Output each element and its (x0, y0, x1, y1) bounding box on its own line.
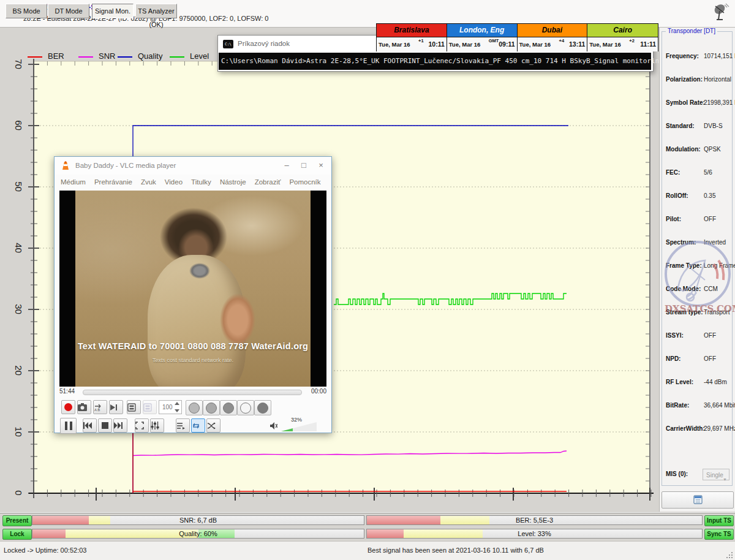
speed-spinner[interactable]: 100 (159, 400, 182, 414)
clock-body: Tue, Mar 16GMT09:11 (447, 37, 517, 51)
tp-field-value: 29,697 MHz (704, 425, 735, 432)
clock-date: Tue, Mar 16 (519, 41, 551, 48)
resize-grip[interactable] (726, 551, 733, 559)
legend-item-level: Level (170, 51, 209, 61)
tp-field-label: Frame Type: (666, 262, 702, 269)
cmd-window-title: Príkazový riadok (238, 40, 290, 47)
level-meter: Level: 33% (366, 529, 703, 539)
spinner-up-icon[interactable] (175, 402, 179, 405)
legend-color-dash (118, 56, 132, 58)
pause-button[interactable] (60, 418, 77, 434)
world-clock-widget: BratislavaTue, Mar 16+110:11London, EngT… (376, 23, 658, 51)
vlc-menu-nstroje[interactable]: Nástroje (220, 178, 246, 186)
tab-signal-mon[interactable]: Signal Mon. (92, 4, 134, 18)
maximize-button[interactable]: □ (297, 159, 311, 172)
clock-timezone: GMT (489, 38, 499, 44)
tab-bs-mode[interactable]: BS Mode (6, 4, 47, 18)
tp-field-label: Symbol Rate: (666, 99, 705, 106)
camera-icon (78, 403, 87, 411)
docked-playlist-button[interactable] (143, 400, 157, 414)
fullscreen-button[interactable] (135, 418, 149, 433)
skin-button-3[interactable] (220, 400, 237, 415)
vlc-menu-zvuk[interactable]: Zvuk (141, 178, 156, 186)
tp-field-spectrum-: Spectrum:Inverted (662, 233, 732, 256)
volume-slider[interactable] (281, 422, 317, 431)
volume-fill (281, 422, 293, 431)
tp-field-value: 21998,391 KS/s (704, 99, 735, 106)
vlc-window: Baby Daddy - VLC media player – □ × Médi… (54, 156, 332, 433)
previous-button[interactable] (83, 418, 97, 433)
vlc-menu-prehrvanie[interactable]: Prehrávanie (94, 178, 132, 186)
vlc-menu-zobrazi[interactable]: Zobraziť (255, 178, 281, 186)
tp-field-value: Transport (704, 309, 729, 316)
playlist-button[interactable] (127, 400, 141, 414)
vlc-menu-pomocnk[interactable]: Pomocník (289, 178, 320, 186)
ab-loop-icon: A B (94, 403, 103, 412)
ber-meter-label: BER: 5,5E-3 (367, 516, 702, 524)
clock-city: London, Eng (447, 24, 517, 37)
frame-step-button[interactable] (109, 400, 123, 414)
tp-field-value: Horizontal (704, 76, 731, 83)
minimize-button[interactable]: – (280, 159, 293, 172)
tp-field-stream-type-: Stream type:Transport (662, 303, 732, 326)
transponder-groupbox: Transponder [DT] Frequency:10714,151 MHz… (662, 31, 733, 486)
skin-button-2[interactable] (203, 400, 220, 415)
tp-field-label: Polarization: (666, 76, 703, 83)
playback-order-button[interactable] (176, 418, 190, 433)
cmd-icon: C:\ (223, 40, 233, 48)
clock-timezone: +1 (418, 38, 424, 44)
chevron-down-icon: ▼ (723, 474, 727, 485)
clock-timezone: +2 (629, 38, 635, 44)
equalizer-button[interactable] (150, 418, 164, 433)
tp-field-frequency-: Frequency:10714,151 MHz (662, 47, 732, 70)
skin-button-5[interactable] (254, 400, 271, 415)
vlc-menu-mdium[interactable]: Médium (61, 178, 86, 186)
mis-row: MIS (0): Single ▼ (662, 467, 732, 485)
next-button[interactable] (113, 418, 127, 433)
elapsed-time: 51:44 (59, 388, 75, 395)
pause-icon (65, 422, 67, 430)
total-time: 00:00 (311, 388, 326, 395)
y-tick-label-50: 50 (13, 180, 24, 194)
close-button[interactable]: × (314, 159, 328, 172)
mis-value: Single (706, 472, 723, 479)
tp-field-symbol-rate-: Symbol Rate:21998,391 KS/s (662, 93, 732, 116)
loop-button[interactable] (191, 418, 205, 433)
mis-dropdown[interactable]: Single ▼ (703, 469, 729, 480)
seek-slider[interactable] (83, 390, 302, 395)
tp-field-label: RollOff: (666, 192, 688, 199)
tp-field-value: QPSK (704, 146, 721, 153)
snapshot-button[interactable] (77, 400, 91, 414)
stop-icon (102, 422, 108, 429)
y-tick-label-10: 10 (13, 425, 24, 439)
vlc-menu-titulky[interactable]: Titulky (191, 178, 211, 186)
clock-body: Tue, Mar 16+211:11 (587, 37, 658, 51)
lock-uptime-status: Locked -> Uptime: 00:52:03 (4, 547, 86, 554)
vlc-menu-video[interactable]: Video (165, 178, 183, 186)
record-button[interactable] (61, 400, 75, 414)
tab-ts-analyzer[interactable]: TS Analyzer (OK) (135, 4, 177, 18)
skin-button-1[interactable] (186, 400, 203, 415)
spinner-down-icon[interactable] (175, 409, 179, 412)
legend-item-quality: Quality (118, 51, 162, 61)
tp-field-value: OFF (704, 216, 716, 222)
tp-field-value: DVB-S (704, 123, 723, 129)
sidebar-tool-button[interactable] (662, 491, 734, 509)
ab-loop-button[interactable]: A B (93, 400, 107, 414)
tp-field-value: 10714,151 MHz (704, 53, 735, 59)
mis-label: MIS (0): (666, 471, 688, 477)
vlc-video-area: Text WATERAID to 70001 0800 088 7787 Wat… (59, 191, 326, 387)
stream-list-icon (693, 495, 703, 504)
y-tick-label-60: 60 (13, 118, 24, 133)
stop-button[interactable] (98, 418, 112, 433)
tp-field-value: -44 dBm (704, 379, 727, 385)
shuffle-icon (207, 422, 216, 429)
tp-field-rolloff-: RollOff:0.35 (662, 186, 732, 210)
clock-date: Tue, Mar 16 (589, 41, 621, 48)
quality-meter: Quality: 60% (32, 529, 364, 539)
vlc-titlebar[interactable]: Baby Daddy - VLC media player – □ × (55, 157, 331, 175)
tab-dt-mode[interactable]: DT Mode (48, 4, 89, 18)
y-tick-label-20: 20 (13, 363, 24, 378)
shuffle-button[interactable] (206, 418, 221, 433)
skin-button-4[interactable] (237, 400, 254, 415)
